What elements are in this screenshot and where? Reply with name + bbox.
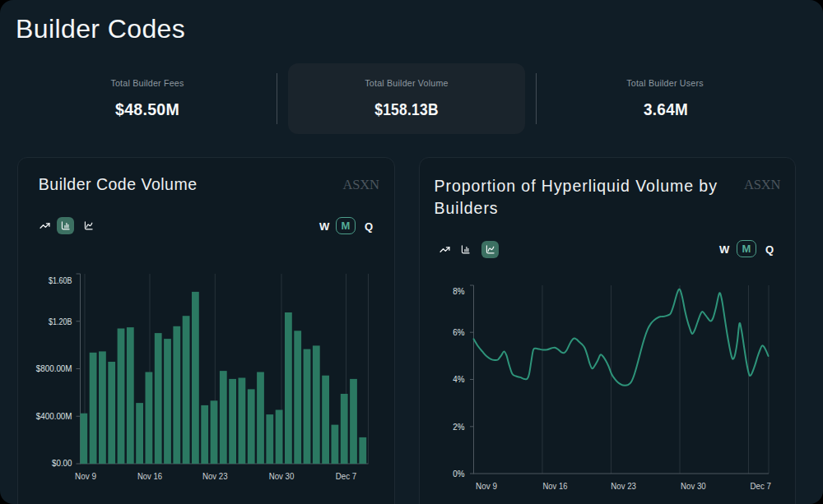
svg-text:Nov 9: Nov 9 [476, 480, 497, 492]
svg-text:Nov 16: Nov 16 [543, 480, 568, 492]
svg-text:Nov 9: Nov 9 [75, 470, 96, 482]
svg-text:$1.60B: $1.60B [49, 275, 72, 285]
svg-text:2%: 2% [453, 422, 464, 432]
svg-text:Nov 30: Nov 30 [681, 480, 706, 492]
svg-text:Dec 7: Dec 7 [751, 480, 772, 492]
svg-text:$1.20B: $1.20B [49, 317, 72, 326]
svg-text:$800.00M: $800.00M [36, 363, 72, 373]
svg-text:6%: 6% [453, 327, 464, 337]
svg-text:$0.00: $0.00 [52, 458, 72, 468]
svg-text:Dec 7: Dec 7 [336, 470, 357, 482]
svg-text:$400.00M: $400.00M [36, 411, 72, 421]
svg-text:Nov 30: Nov 30 [269, 470, 295, 482]
svg-text:4%: 4% [453, 374, 464, 384]
svg-text:Nov 16: Nov 16 [137, 470, 162, 482]
svg-text:8%: 8% [453, 286, 464, 296]
svg-text:Nov 23: Nov 23 [202, 470, 228, 482]
svg-text:0%: 0% [453, 469, 464, 479]
svg-text:Nov 23: Nov 23 [611, 480, 636, 492]
